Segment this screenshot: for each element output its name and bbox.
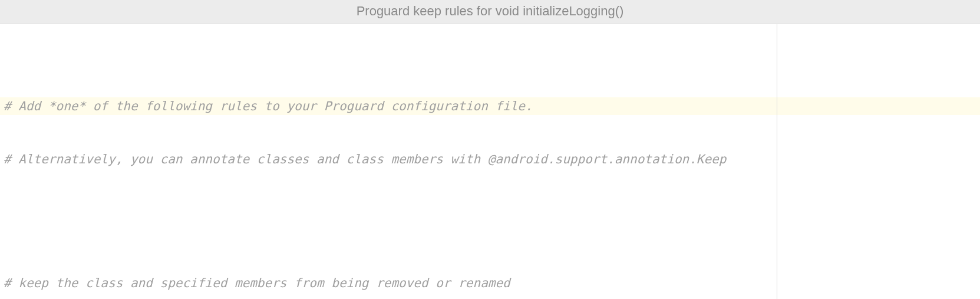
code-editor[interactable]: # Add *one* of the following rules to yo… (0, 24, 980, 299)
comment-text: # Alternatively, you can annotate classe… (4, 152, 726, 166)
comment-text: # keep the class and specified members f… (4, 276, 510, 290)
code-line: # keep the class and specified members f… (0, 274, 980, 292)
code-line: # Alternatively, you can annotate classe… (0, 150, 980, 168)
code-line: # Add *one* of the following rules to yo… (0, 97, 980, 115)
right-margin-guide (777, 24, 777, 299)
blank-line (0, 203, 980, 221)
comment-text: # Add *one* of the following rules to yo… (4, 99, 533, 113)
window-title: Proguard keep rules for void initializeL… (0, 0, 980, 24)
